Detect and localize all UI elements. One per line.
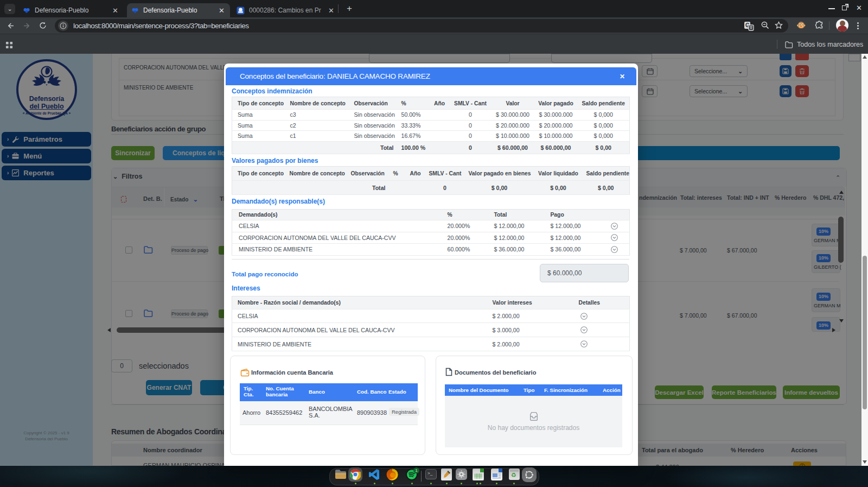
- svg-text:♻: ♻: [511, 472, 516, 478]
